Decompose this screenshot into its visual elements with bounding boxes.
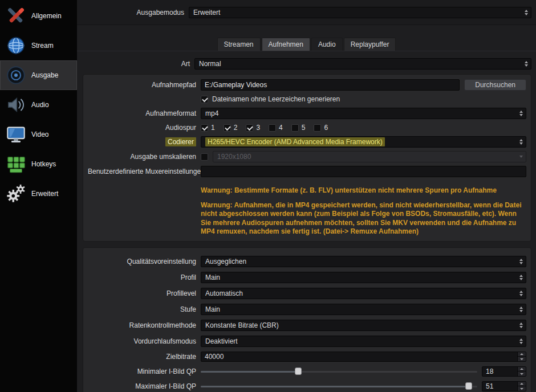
track-6-checkbox[interactable]: [314, 124, 321, 132]
sidebar-item-hotkeys[interactable]: Hotkeys: [0, 149, 77, 179]
no-spaces-label: Dateinamen ohne Leerzeichen generieren: [212, 95, 340, 103]
track-1-checkbox[interactable]: [201, 124, 208, 132]
target-bitrate-input[interactable]: 40000: [201, 352, 526, 362]
tab-streamen[interactable]: Streamen: [217, 38, 261, 51]
chevron-updown-icon: [519, 291, 523, 296]
max-i-qp-input[interactable]: 51: [482, 381, 526, 391]
combo-value: Main: [205, 273, 517, 281]
encoder-row: Codierer H265/HEVC Encoder (AMD Advanced…: [88, 136, 526, 148]
chevron-down-icon: [519, 156, 523, 158]
output-mode-label: Ausgabemodus: [77, 9, 184, 17]
recording-group: Aufnahmepfad E:/Gameplay Videos Durchsuc…: [83, 74, 531, 242]
track-3-checkbox[interactable]: [246, 124, 253, 132]
encoder-label: Codierer: [88, 138, 196, 146]
muxer-row: Benutzerdefinierte Muxereinstellungen: [88, 166, 526, 177]
slider-handle[interactable]: [465, 382, 472, 390]
field-label: Ratenkontrollmethode: [88, 321, 196, 329]
profile-select[interactable]: Main: [201, 272, 526, 283]
settings-content: Ausgabemodus Erweitert Streamen Aufnehme…: [77, 0, 536, 392]
chevron-updown-icon: [525, 10, 528, 15]
field-label: Stufe: [88, 305, 196, 313]
sidebar-item-label: Video: [31, 130, 48, 138]
globe-icon: [5, 34, 27, 57]
track-4-checkbox[interactable]: [269, 124, 276, 132]
output-tabs: Streamen Aufnehmen Audio Replaypuffer: [77, 32, 536, 51]
prepass-row: Vordurchlaufsmodus Deaktiviert: [88, 336, 526, 347]
sidebar-item-label: Audio: [31, 101, 49, 109]
track-item: 1: [201, 124, 215, 132]
chevron-updown-icon: [519, 275, 523, 280]
tab-replaypuffer[interactable]: Replaypuffer: [344, 38, 396, 51]
no-spaces-row: Dateinamen ohne Leerzeichen generieren: [201, 94, 526, 104]
field-label: Qualitätsvoreinstellung: [88, 258, 196, 266]
tier-select[interactable]: Main: [201, 304, 526, 315]
sidebar-item-audio[interactable]: Audio: [0, 90, 77, 120]
field-label: Vordurchlaufsmodus: [88, 337, 196, 345]
spin-down-button[interactable]: [518, 386, 526, 391]
spin-up-button[interactable]: [518, 367, 526, 371]
spin-up-button[interactable]: [518, 382, 526, 386]
profile-level-row: Profillevel Automatisch: [88, 288, 526, 299]
recording-format-select[interactable]: mp4: [201, 108, 526, 119]
field-label: Minimaler I-Bild QP: [88, 368, 196, 375]
sidebar-item-label: Allgemein: [31, 12, 62, 20]
track-2-checkbox[interactable]: [224, 124, 231, 132]
sidebar-item-label: Stream: [31, 42, 54, 50]
audio-track-checkboxes: 1 2 3 4 5 6: [201, 124, 328, 132]
sidebar-item-video[interactable]: Video: [0, 120, 77, 149]
encoder-select[interactable]: H265/HEVC Encoder (AMD Advanced Media Fr…: [201, 136, 526, 148]
track-item: 5: [291, 124, 306, 132]
type-row: Art Normal: [77, 58, 531, 70]
prepass-select[interactable]: Deaktiviert: [201, 336, 526, 347]
browse-button[interactable]: Durchsuchen: [464, 79, 526, 91]
track-item: 6: [314, 124, 328, 132]
tab-audio[interactable]: Audio: [311, 38, 343, 51]
sidebar-item-label: Hotkeys: [31, 160, 56, 168]
sidebar-item-ausgabe[interactable]: Ausgabe: [0, 60, 77, 90]
sidebar-item-stream[interactable]: Stream: [0, 31, 77, 60]
tier-row: Stufe Main: [88, 304, 526, 315]
sidebar-item-allgemein[interactable]: Allgemein: [0, 1, 77, 31]
tab-label: Aufnehmen: [269, 40, 303, 48]
combo-value: Main: [205, 305, 517, 313]
min-i-qp-row: Minimaler I-Bild QP 18: [88, 366, 526, 377]
recording-path-label: Aufnahmepfad: [88, 81, 196, 89]
spin-buttons: [517, 367, 526, 376]
combo-value: Automatisch: [205, 289, 517, 297]
rate-control-select[interactable]: Konstante Bitrate (CBR): [201, 320, 526, 331]
type-select[interactable]: Normal: [194, 58, 531, 70]
profile-level-select[interactable]: Automatisch: [201, 288, 526, 299]
recording-path-input[interactable]: E:/Gameplay Videos: [201, 79, 460, 91]
slider-handle[interactable]: [295, 368, 302, 375]
profile-row: Profil Main: [88, 272, 526, 283]
chevron-updown-icon: [519, 338, 523, 344]
chevron-updown-icon: [519, 111, 523, 116]
max-i-qp-slider[interactable]: [201, 381, 477, 391]
output-mode-select[interactable]: Erweitert: [189, 7, 531, 18]
spin-down-button[interactable]: [518, 356, 526, 361]
tab-aufnehmen[interactable]: Aufnehmen: [262, 38, 310, 51]
sidebar-item-erweitert[interactable]: Erweitert: [0, 179, 77, 209]
spin-up-button[interactable]: [518, 352, 526, 357]
field-label: Profil: [88, 273, 196, 281]
recording-path-row: Aufnahmepfad E:/Gameplay Videos Durchsuc…: [88, 79, 526, 91]
muxer-input[interactable]: [201, 166, 526, 177]
mp4-warning-text: Warnung: Aufnahmen, die in MP4 gespeiche…: [201, 201, 524, 236]
spin-down-button[interactable]: [518, 371, 526, 376]
no-spaces-checkbox[interactable]: [201, 96, 208, 103]
min-i-qp-input[interactable]: 18: [482, 366, 526, 377]
general-tools-icon: [5, 5, 27, 27]
quality-preset-select[interactable]: Ausgeglichen: [201, 256, 526, 267]
min-i-qp-slider[interactable]: [201, 366, 477, 377]
track-5-checkbox[interactable]: [291, 124, 299, 132]
rescale-row: Ausgabe umskalieren 1920x1080: [88, 151, 526, 162]
spin-value: 18: [482, 367, 517, 376]
spin-value: 51: [482, 382, 517, 391]
max-i-qp-row: Maximaler I-Bild QP 51: [88, 381, 526, 391]
audio-track-label: Audiospur: [88, 124, 196, 132]
rescale-select: 1920x1080: [213, 151, 526, 162]
type-label: Art: [77, 60, 190, 68]
track-number: 4: [279, 124, 283, 132]
rescale-checkbox[interactable]: [201, 153, 208, 161]
field-label: Maximaler I-Bild QP: [88, 382, 196, 390]
